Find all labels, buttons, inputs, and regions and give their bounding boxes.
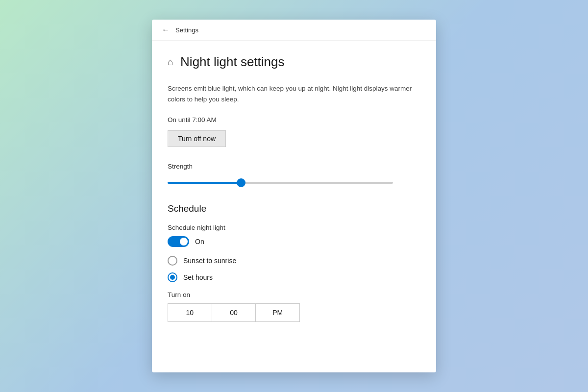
settings-window: ← Settings ⌂ Night light settings Screen… — [152, 20, 436, 372]
content-area: ⌂ Night light settings Screens emit blue… — [152, 41, 436, 342]
sunset-radio-row[interactable]: Sunset to sunrise — [168, 256, 420, 266]
time-minute[interactable]: 00 — [212, 304, 256, 321]
toggle-state-label: On — [195, 238, 204, 245]
set-hours-radio[interactable] — [168, 272, 177, 282]
description-text: Screens emit blue light, which can keep … — [168, 83, 420, 104]
title-bar: ← Settings — [152, 20, 436, 41]
page-header: ⌂ Night light settings — [168, 54, 420, 70]
set-hours-label: Set hours — [183, 273, 213, 281]
time-hour[interactable]: 10 — [168, 304, 212, 321]
home-icon: ⌂ — [168, 56, 173, 68]
sunset-radio[interactable] — [168, 256, 177, 266]
schedule-night-light-label: Schedule night light — [168, 224, 420, 231]
turn-off-button[interactable]: Turn off now — [168, 130, 226, 147]
toggle-row: On — [168, 236, 420, 247]
back-button[interactable]: ← — [162, 25, 170, 34]
time-period[interactable]: PM — [256, 304, 299, 321]
radio-inner-dot — [170, 275, 175, 280]
schedule-title: Schedule — [168, 203, 420, 214]
set-hours-radio-row[interactable]: Set hours — [168, 272, 420, 282]
sunset-label: Sunset to sunrise — [183, 257, 236, 265]
schedule-section: Schedule Schedule night light On Sunset … — [168, 203, 420, 322]
strength-section: Strength — [168, 163, 420, 186]
time-picker: 10 00 PM — [168, 303, 300, 322]
status-text: On until 7:00 AM — [168, 116, 420, 123]
strength-slider[interactable] — [168, 182, 393, 184]
page-title: Night light settings — [180, 54, 284, 70]
toggle-knob — [180, 238, 188, 245]
settings-title: Settings — [175, 26, 198, 34]
strength-label: Strength — [168, 163, 420, 170]
turn-on-label: Turn on — [168, 291, 420, 298]
schedule-toggle[interactable] — [168, 236, 189, 247]
